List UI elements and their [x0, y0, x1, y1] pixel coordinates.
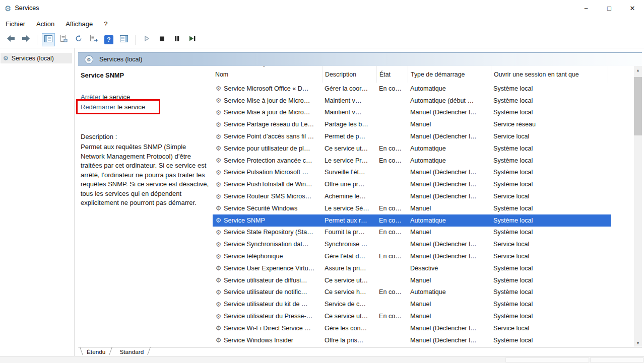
menu-fichier[interactable]: Fichier	[0, 17, 31, 31]
start-service-icon	[143, 35, 151, 44]
tab-standard[interactable]: Standard	[112, 347, 151, 356]
cell-logon-as: Système local	[491, 169, 608, 176]
maximize-button[interactable]: □	[598, 0, 621, 16]
help-button[interactable]: ?	[102, 33, 115, 46]
cell-description: Achemine le…	[323, 193, 377, 200]
table-row[interactable]: ⚙ Service utilisateur de notific… Ce ser…	[213, 286, 611, 299]
column-header-etat[interactable]: État	[377, 66, 408, 83]
cell-state: En co…	[377, 205, 408, 212]
table-row[interactable]: ⚙ Service PushToInstall de Win… Offre un…	[213, 178, 611, 190]
column-header-nom[interactable]: ˆ Nom	[213, 66, 323, 83]
cell-logon-as: Système local	[491, 85, 608, 92]
cell-startup-type: Manuel (Déclencher l…	[408, 325, 491, 332]
service-gear-icon: ⚙	[215, 204, 222, 212]
vertical-scrollbar[interactable]: ▲ ▼	[634, 66, 642, 347]
table-row[interactable]: ⚙ Service Partage réseau du Le… Partage …	[213, 118, 611, 130]
restart-service-button[interactable]	[185, 33, 199, 46]
table-row[interactable]: ⚙ Service Pulsation Microsoft … Surveill…	[213, 167, 611, 179]
table-row[interactable]: ⚙ Service utilisateur du kit de … Servic…	[213, 298, 611, 310]
cell-name: Service SNMP	[222, 217, 323, 224]
refresh-button[interactable]	[72, 33, 85, 46]
column-header-ouvrir-session[interactable]: Ouvrir une session en tant que	[491, 66, 608, 83]
menu-affichage[interactable]: Affichage	[60, 17, 98, 31]
show-hide-console-tree-button[interactable]	[42, 33, 55, 46]
cell-state: En co…	[377, 217, 408, 224]
cell-startup-type: Manuel (Déclencher l…	[408, 169, 491, 176]
table-row[interactable]: ⚙ Service Point d’accès sans fil … Perme…	[213, 130, 611, 142]
cell-description: Permet aux r…	[323, 217, 377, 224]
table-row[interactable]: ⚙ Service Sécurité Windows Le service Sé…	[213, 202, 611, 214]
cell-logon-as: Service local	[491, 193, 608, 200]
cell-description: Partage les b…	[323, 121, 377, 128]
service-gear-icon: ⚙	[215, 85, 222, 92]
restart-service-link[interactable]: Redémarrer	[81, 103, 115, 111]
table-row[interactable]: ⚙ Service téléphonique Gère l’état d… En…	[213, 250, 611, 262]
properties-button[interactable]	[57, 33, 70, 46]
banner-title: Services (local)	[99, 56, 142, 63]
cell-startup-type: Manuel (Déclencher l…	[408, 253, 491, 260]
table-row[interactable]: ⚙ Service Synchronisation dat… Synchroni…	[213, 238, 611, 250]
cell-name: Service Windows Insider	[222, 337, 323, 344]
cell-description: Permet de p…	[323, 133, 377, 140]
cell-name: Service utilisateur du Presse-…	[222, 313, 323, 320]
scroll-up-icon[interactable]: ▲	[634, 66, 642, 74]
pause-service-button[interactable]	[170, 33, 183, 46]
service-gear-icon: ⚙	[215, 109, 222, 116]
table-row[interactable]: ⚙ Service Protection avancée c… Le servi…	[213, 155, 611, 167]
cell-startup-type: Manuel	[408, 277, 491, 284]
description-label: Description :	[81, 133, 210, 140]
cell-startup-type: Automatique	[408, 85, 491, 92]
scrollbar-thumb[interactable]	[634, 77, 642, 135]
tab-etendu[interactable]: Étendu	[80, 347, 112, 356]
stop-service-link[interactable]: Arrêter	[81, 93, 101, 101]
menu-help[interactable]: ?	[98, 17, 113, 31]
service-gear-icon: ⚙	[215, 276, 222, 284]
table-row[interactable]: ⚙ Service State Repository (Sta… Fournit…	[213, 227, 611, 239]
table-row[interactable]: ⚙ Service Mise à jour de Micro… Maintien…	[213, 107, 611, 119]
table-row[interactable]: ⚙ Service Mise à jour de Micro… Maintien…	[213, 95, 611, 107]
stop-service-button[interactable]	[155, 33, 168, 46]
export-list-button[interactable]	[87, 33, 100, 46]
column-header-description[interactable]: Description	[323, 66, 377, 83]
column-header-type-demarrage[interactable]: Type de démarrage	[408, 66, 491, 83]
cell-description: Gérer la coor…	[323, 85, 377, 92]
menu-action[interactable]: Action	[31, 17, 60, 31]
table-row[interactable]: ⚙ Service utilisateur du Presse-… Ce ser…	[213, 310, 611, 322]
cell-state: En co…	[377, 145, 408, 152]
cell-name: Service Protection avancée c…	[222, 157, 323, 164]
tree-item-services-local[interactable]: ⚙ Services (local)	[1, 53, 72, 63]
cell-name: Service Wi-Fi Direct Service …	[222, 325, 323, 332]
table-row[interactable]: ⚙ Service Windows Insider Offre la pris……	[213, 334, 611, 346]
cell-description: Ce service ut…	[323, 277, 377, 284]
cell-startup-type: Automatique	[408, 145, 491, 152]
cell-description: Service de c…	[323, 301, 377, 308]
start-service-button[interactable]	[140, 33, 153, 46]
close-button[interactable]: ✕	[621, 0, 644, 16]
table-row[interactable]: ⚙ Service SNMP Permet aux r… En co… Auto…	[213, 214, 611, 227]
table-row[interactable]: ⚙ Service pour utilisateur de pl… Ce ser…	[213, 142, 611, 155]
forward-button[interactable]	[19, 33, 32, 46]
forward-icon	[22, 35, 30, 44]
cell-description: Surveille l’ét…	[323, 169, 377, 176]
cell-name: Service utilisateur de notific…	[222, 288, 323, 296]
cell-logon-as: Système local	[491, 145, 608, 152]
cell-description: Maintient v…	[323, 97, 377, 104]
table-row[interactable]: ⚙ Service User Experience Virtu… Assure …	[213, 262, 611, 274]
scroll-down-icon[interactable]: ▼	[634, 339, 642, 347]
table-row[interactable]: ⚙ Service Wi-Fi Direct Service … Gère le…	[213, 322, 611, 334]
show-hide-action-pane-button[interactable]	[117, 33, 131, 46]
cell-state: En co…	[377, 313, 408, 320]
service-gear-icon: ⚙	[215, 157, 222, 164]
back-button[interactable]	[4, 33, 17, 46]
cell-description: Synchronise …	[323, 241, 377, 248]
cell-description: Offre une pr…	[323, 181, 377, 188]
cell-name: Service Mise à jour de Micro…	[222, 109, 323, 116]
service-gear-icon: ⚙	[215, 288, 222, 296]
cell-description: Ce service ut…	[323, 145, 377, 152]
service-gear-icon: ⚙	[215, 264, 222, 272]
table-row[interactable]: ⚙ Service utilisateur de diffusi… Ce ser…	[213, 274, 611, 286]
minimize-button[interactable]: –	[574, 0, 598, 16]
table-row[interactable]: ⚙ Service Routeur SMS Micros… Achemine l…	[213, 190, 611, 202]
cell-description: Maintient v…	[323, 109, 377, 116]
table-row[interactable]: ⚙ Service Microsoft Office « D… Gérer la…	[213, 83, 611, 95]
